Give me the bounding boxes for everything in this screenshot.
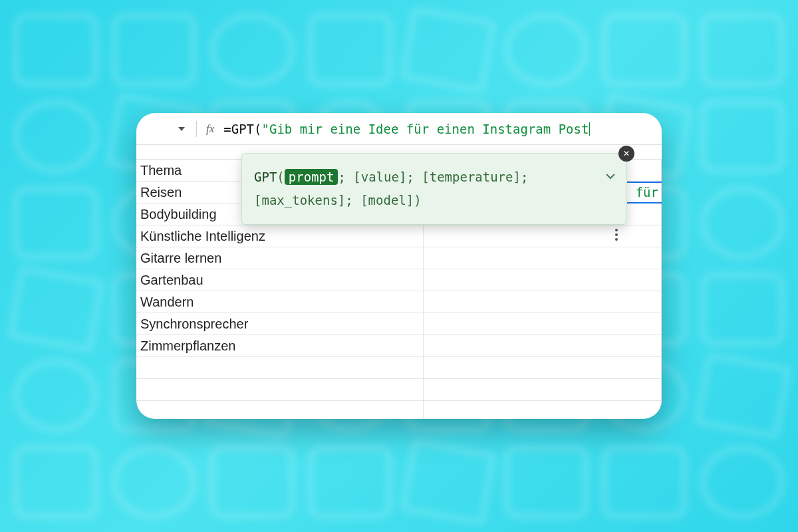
table-row[interactable]: Zimmerpflanzen — [136, 335, 662, 357]
formula-string-quote: " — [262, 122, 269, 136]
tooltip-params-1: ; [value]; [temperature]; — [338, 170, 528, 184]
cell-a-empty[interactable] — [136, 379, 424, 400]
tooltip-fn-name: GPT — [254, 170, 277, 184]
table-row[interactable]: Künstliche Intelligenz — [136, 225, 662, 247]
cell-a[interactable]: Gartenbau — [136, 269, 424, 291]
divider — [196, 121, 197, 137]
chevron-down-icon[interactable] — [605, 166, 616, 189]
cell-overflow-text: für — [636, 185, 658, 200]
table-row[interactable] — [136, 357, 662, 379]
cell-a-empty[interactable] — [136, 357, 424, 378]
tooltip-line-1: GPT(prompt; [value]; [temperature]; — [254, 166, 593, 189]
cell-b[interactable] — [424, 291, 662, 313]
name-box-dropdown-icon[interactable] — [176, 124, 187, 134]
formula-bar: fx =GPT("Gib mir eine Idee für einen Ins… — [136, 113, 662, 145]
cell-b[interactable] — [424, 335, 662, 356]
cell-a[interactable]: Synchronsprecher — [136, 313, 424, 334]
formula-open-paren: ( — [254, 122, 261, 136]
tooltip-line-2: [max_tokens]; [model]) — [254, 189, 593, 212]
formula-string-content: Gib mir eine Idee für einen Instagram Po… — [269, 122, 589, 136]
cell-b[interactable] — [424, 401, 662, 419]
fx-icon[interactable]: fx — [206, 122, 214, 136]
cell-b[interactable] — [424, 357, 662, 378]
table-row[interactable] — [136, 379, 662, 401]
cell-b[interactable] — [424, 225, 662, 247]
cell-a[interactable]: Wandern — [136, 291, 424, 313]
cell-a[interactable]: Zimmerpflanzen — [136, 335, 424, 356]
cell-a-empty[interactable] — [136, 401, 424, 419]
cell-b[interactable] — [424, 379, 662, 400]
function-tooltip: ✕ GPT(prompt; [value]; [temperature]; [m… — [241, 153, 627, 225]
tooltip-open-paren: ( — [277, 170, 284, 184]
tooltip-params-2: [max_tokens]; [model]) — [254, 193, 422, 207]
tooltip-active-param: prompt — [285, 169, 338, 185]
cell-a[interactable]: Künstliche Intelligenz — [136, 225, 424, 247]
table-row[interactable]: Synchronsprecher — [136, 313, 662, 335]
table-row[interactable] — [136, 401, 662, 419]
cell-b[interactable] — [424, 313, 662, 334]
more-icon[interactable] — [615, 229, 618, 241]
formula-input[interactable]: =GPT("Gib mir eine Idee für einen Instag… — [223, 122, 590, 136]
formula-function-name: GPT — [231, 122, 254, 136]
cell-a[interactable]: Gitarre lernen — [136, 247, 424, 269]
cell-b[interactable] — [424, 247, 662, 269]
close-icon[interactable]: ✕ — [618, 146, 634, 162]
text-cursor — [589, 122, 590, 136]
formula-equals: = — [223, 122, 231, 136]
table-row[interactable]: Gitarre lernen — [136, 247, 662, 269]
cell-b[interactable] — [424, 269, 662, 291]
table-row[interactable]: Wandern — [136, 291, 662, 313]
spreadsheet-panel: fx =GPT("Gib mir eine Idee für einen Ins… — [136, 113, 662, 419]
table-row[interactable]: Gartenbau — [136, 269, 662, 291]
